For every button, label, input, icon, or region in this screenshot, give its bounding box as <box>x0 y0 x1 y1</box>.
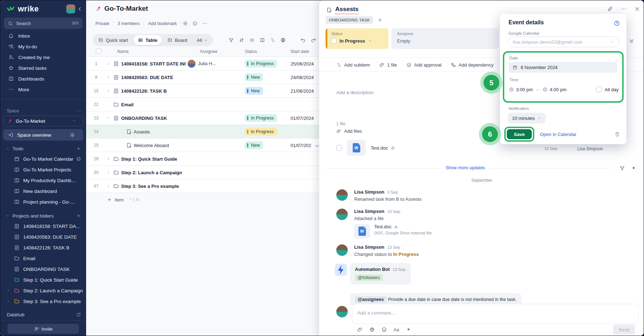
view-filter-dropdown[interactable]: All <box>193 38 212 43</box>
mention-icon[interactable] <box>369 327 375 332</box>
notification-dropdown[interactable]: 10 minutes <box>508 113 546 123</box>
tab-table[interactable]: Table <box>133 35 162 45</box>
assignees-mention[interactable]: @assignees <box>355 296 387 303</box>
task-name[interactable]: Assests <box>134 129 150 134</box>
collapse-sidebar-icon[interactable] <box>77 6 83 12</box>
calendar-select[interactable]: lisa.simpson.demo23@gmail.com <box>508 36 619 47</box>
status-badge[interactable]: New <box>245 87 263 95</box>
sidebar-item-created-by-me[interactable]: Created by me <box>0 52 86 63</box>
user-avatar[interactable] <box>66 4 75 14</box>
undo-icon[interactable] <box>300 37 306 43</box>
column-header-name[interactable]: Name <box>117 49 129 54</box>
open-in-calendar-link[interactable]: Open in Calendar <box>540 132 576 137</box>
info-icon[interactable] <box>192 21 198 26</box>
sidebar-project-item[interactable]: ONBOARDING TASK <box>0 264 86 274</box>
copy-link-icon[interactable] <box>607 6 613 12</box>
start-date[interactable]: 25/06/2024 <box>291 61 314 66</box>
add-tag-icon[interactable] <box>377 18 382 23</box>
sidebar-project-item[interactable]: 1408418158: START DA... <box>0 221 86 232</box>
add-tool-icon[interactable] <box>76 146 81 151</box>
sidebar-tool-item[interactable]: Go-To Market Projects <box>0 164 86 175</box>
emoji-icon[interactable] <box>381 327 387 332</box>
sidebar-project-item[interactable]: Step 1: Quick Start Guide <box>0 274 86 285</box>
add-bookmark-link[interactable]: Add bookmark <box>144 21 181 26</box>
close-icon[interactable] <box>634 6 640 12</box>
expand-icon[interactable] <box>106 61 111 66</box>
gear-icon[interactable] <box>70 132 75 138</box>
search-input[interactable]: Search ⌘K <box>4 18 83 29</box>
ai-icon[interactable] <box>631 165 636 171</box>
feed-attachment[interactable]: W Test.doc DOC, Google Drive external fi… <box>354 224 637 238</box>
sidebar-item-starred-tasks[interactable]: Starred tasks <box>0 63 86 73</box>
file-checkbox[interactable] <box>336 145 342 151</box>
sidebar-tool-item[interactable]: My Productivity Dashboa... <box>0 175 86 186</box>
tools-group[interactable]: Tools <box>0 143 86 154</box>
all-day-checkbox[interactable] <box>596 87 602 92</box>
globe-icon[interactable] <box>280 37 286 43</box>
chevron-right-icon[interactable] <box>6 288 10 293</box>
settings-icon[interactable] <box>183 21 188 26</box>
sidebar-item-datahub[interactable]: Datahub <box>0 310 86 320</box>
comment-input[interactable]: Add a comment... <box>352 304 639 324</box>
chevron-right-icon[interactable] <box>6 299 10 303</box>
assignee-field[interactable]: Assignee Empty <box>391 28 499 49</box>
sidebar-project-item[interactable]: Step 3: See a Pro example <box>0 296 86 307</box>
subitems-icon[interactable] <box>270 37 276 43</box>
file-row[interactable]: W Test.doc <box>336 140 395 156</box>
add-project-icon[interactable] <box>76 213 81 218</box>
sidebar-tool-item[interactable]: New dashboard <box>0 186 86 196</box>
column-header-start-date[interactable]: Start date <box>291 49 309 54</box>
sidebar-project-item[interactable]: 1408420563: DUE DATE <box>0 232 86 242</box>
file-name[interactable]: Test.doc <box>371 145 388 151</box>
add-dependency-button[interactable]: Add dependency <box>451 62 494 68</box>
expand-icon[interactable] <box>106 156 111 161</box>
space-selector[interactable]: Go-To-Market <box>3 116 83 126</box>
task-name[interactable]: 1408418158: START DATE INFO <box>121 61 185 66</box>
sidebar-item-space-overview[interactable]: Space overview <box>3 129 83 141</box>
expand-icon[interactable] <box>106 116 111 120</box>
save-button[interactable]: Save <box>507 129 532 139</box>
add-approval-button[interactable]: Add approval <box>406 62 442 68</box>
task-name[interactable]: 1408422126: TASK B <box>121 88 167 93</box>
date-input[interactable]: 6 November 2024 <box>509 62 617 73</box>
show-more-updates-link[interactable]: Show more updates <box>440 165 490 170</box>
task-name[interactable]: Step 2: Launch a Campaign <box>121 170 182 175</box>
attach-icon[interactable] <box>357 327 363 332</box>
parent-tag[interactable]: ONBOARDING TASK <box>326 16 373 24</box>
select-all-checkbox[interactable] <box>96 48 101 54</box>
delete-event-icon[interactable] <box>614 131 620 137</box>
columns-icon[interactable] <box>259 37 265 43</box>
start-date[interactable]: 21/06/2024 <box>291 88 314 93</box>
sidebar-project-item[interactable]: Step 2: Launch a Campaign <box>0 285 86 296</box>
row-height-icon[interactable] <box>249 37 255 43</box>
add-files-button[interactable]: Add files <box>336 128 362 134</box>
1-file-button[interactable]: 1 file <box>379 62 397 68</box>
column-header-assignee[interactable]: Assignee <box>200 49 217 54</box>
start-date[interactable]: 24/06/2024 <box>291 74 314 80</box>
collapse-fields-icon[interactable] <box>629 38 634 44</box>
sidebar-project-item[interactable]: Email <box>0 253 86 264</box>
add-subitem-button[interactable]: Add subitem <box>336 62 370 68</box>
filter-icon[interactable] <box>228 37 234 43</box>
expand-icon[interactable] <box>106 170 111 175</box>
expand-icon[interactable] <box>106 88 111 93</box>
task-name[interactable]: Welcome Aboard <box>134 142 169 148</box>
column-header-status[interactable]: Status <box>245 49 257 54</box>
wrike-logo[interactable]: wrike <box>5 4 39 14</box>
followers-mention[interactable]: @followers <box>355 274 383 281</box>
time-end-input[interactable]: 4:00 pm <box>550 87 566 92</box>
invite-button[interactable]: Invite <box>8 324 79 334</box>
sidebar-item-inbox[interactable]: Inbox <box>0 30 86 41</box>
help-icon[interactable] <box>614 20 620 26</box>
members-label[interactable]: 3 members <box>114 21 144 26</box>
sidebar-item-more[interactable]: More <box>0 84 86 95</box>
description-placeholder[interactable]: Add a description <box>336 90 373 95</box>
task-name[interactable]: Email <box>121 102 134 107</box>
expand-icon[interactable] <box>106 184 111 188</box>
send-button[interactable]: Send <box>613 325 635 335</box>
sidebar-tool-item[interactable]: Go-To Market Calendar <box>0 154 86 164</box>
task-name[interactable]: Step 1: Quick Start Guide <box>121 156 177 161</box>
time-start-input[interactable]: 3:00 pm <box>516 87 533 92</box>
task-title[interactable]: Assests <box>335 6 358 14</box>
tab-board[interactable]: Board <box>163 35 192 45</box>
